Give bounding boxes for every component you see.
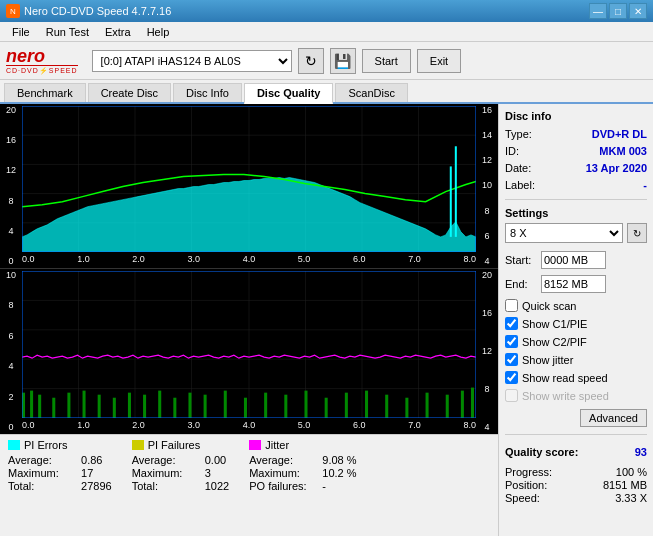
- y-left-0: 0: [0, 257, 22, 266]
- quality-score-label: Quality score:: [505, 446, 578, 458]
- pi-failures-color: [132, 440, 144, 450]
- position-value: 8151 MB: [603, 479, 647, 491]
- tab-benchmark[interactable]: Benchmark: [4, 83, 86, 102]
- svg-rect-30: [38, 395, 41, 418]
- minimize-button[interactable]: —: [589, 3, 607, 19]
- title-bar-left: N Nero CD-DVD Speed 4.7.7.16: [6, 4, 171, 18]
- jitter-color: [249, 440, 261, 450]
- pi-errors-total-row: Total: 27896: [8, 480, 112, 492]
- pi-failures-max-label: Maximum:: [132, 467, 202, 479]
- tab-disc-quality[interactable]: Disc Quality: [244, 83, 334, 104]
- show-c1-pie-label: Show C1/PIE: [522, 318, 587, 330]
- svg-rect-45: [284, 395, 287, 418]
- start-mb-label: Start:: [505, 254, 537, 266]
- app-logo: nero CD·DVD⚡SPEED: [6, 47, 78, 75]
- y-right-14: 14: [476, 131, 498, 140]
- y-right-8: 8: [476, 207, 498, 216]
- chart-bottom-y-right: 20 16 12 8 4: [476, 269, 498, 434]
- stat-group-pi-errors: PI Errors Average: 0.86 Maximum: 17 Tota…: [8, 439, 112, 492]
- position-label: Position:: [505, 479, 547, 491]
- y-b-right-4: 4: [476, 423, 498, 432]
- progress-value: 100 %: [616, 466, 647, 478]
- show-jitter-checkbox[interactable]: [505, 353, 518, 366]
- svg-rect-51: [405, 398, 408, 418]
- y-b-right-16: 16: [476, 309, 498, 318]
- end-mb-input[interactable]: [541, 275, 606, 293]
- svg-rect-47: [325, 398, 328, 418]
- chart-top-y-right: 16 14 12 10 8 6 4: [476, 104, 498, 268]
- show-write-speed-row: Show write speed: [505, 389, 647, 402]
- y-b-left-4: 4: [0, 362, 22, 371]
- menu-file[interactable]: File: [4, 24, 38, 40]
- show-c2-pif-checkbox[interactable]: [505, 335, 518, 348]
- chart-top-y-left: 20 16 12 8 4 0: [0, 104, 22, 268]
- tab-disc-info[interactable]: Disc Info: [173, 83, 242, 102]
- quick-scan-checkbox[interactable]: [505, 299, 518, 312]
- tab-bar: Benchmark Create Disc Disc Info Disc Qua…: [0, 80, 653, 104]
- svg-rect-39: [173, 398, 176, 418]
- exit-button[interactable]: Exit: [417, 49, 461, 73]
- start-mb-input[interactable]: [541, 251, 606, 269]
- show-c1-pie-row[interactable]: Show C1/PIE: [505, 317, 647, 330]
- app-icon: N: [6, 4, 20, 18]
- y-left-12: 12: [0, 166, 22, 175]
- show-c2-pif-row[interactable]: Show C2/PIF: [505, 335, 647, 348]
- po-failures-value: -: [322, 480, 326, 492]
- tab-create-disc[interactable]: Create Disc: [88, 83, 171, 102]
- svg-rect-54: [461, 391, 464, 418]
- progress-row: Progress: 100 %: [505, 466, 647, 478]
- start-button[interactable]: Start: [362, 49, 411, 73]
- svg-rect-33: [83, 391, 86, 418]
- x-b-label-3: 3.0: [188, 420, 201, 434]
- pi-failures-avg-value: 0.00: [205, 454, 226, 466]
- refresh-icon-button[interactable]: ↻: [298, 48, 324, 74]
- pi-failures-avg-row: Average: 0.00: [132, 454, 230, 466]
- advanced-button[interactable]: Advanced: [580, 409, 647, 427]
- chart-top-inner: [22, 106, 476, 252]
- jitter-label: Jitter: [265, 439, 289, 451]
- quick-scan-row[interactable]: Quick scan: [505, 299, 647, 312]
- tab-scan-disc[interactable]: ScanDisc: [335, 83, 407, 102]
- speed-select[interactable]: 8 X 4 X 2 X Max: [505, 223, 623, 243]
- svg-rect-49: [365, 391, 368, 418]
- y-b-left-10: 10: [0, 271, 22, 280]
- pi-errors-color: [8, 440, 20, 450]
- disc-date-value: 13 Apr 2020: [586, 162, 647, 174]
- disc-type-label: Type:: [505, 128, 532, 140]
- y-right-12: 12: [476, 156, 498, 165]
- show-write-speed-label: Show write speed: [522, 390, 609, 402]
- speed-refresh-icon[interactable]: ↻: [627, 223, 647, 243]
- quick-scan-label: Quick scan: [522, 300, 576, 312]
- close-button[interactable]: ✕: [629, 3, 647, 19]
- show-jitter-row[interactable]: Show jitter: [505, 353, 647, 366]
- pi-errors-max-label: Maximum:: [8, 467, 78, 479]
- jitter-avg-row: Average: 9.08 %: [249, 454, 356, 466]
- show-jitter-label: Show jitter: [522, 354, 573, 366]
- chart-bottom: 10 8 6 4 2 0 20 16 12 8 4: [0, 269, 498, 434]
- disc-label-label: Label:: [505, 179, 535, 191]
- show-read-speed-row[interactable]: Show read speed: [505, 371, 647, 384]
- stats-bar: PI Errors Average: 0.86 Maximum: 17 Tota…: [0, 434, 498, 536]
- menu-help[interactable]: Help: [139, 24, 178, 40]
- chart-bottom-x-axis: 0.0 1.0 2.0 3.0 4.0 5.0 6.0 7.0 8.0: [22, 420, 476, 434]
- y-b-left-2: 2: [0, 393, 22, 402]
- disc-id-label: ID:: [505, 145, 519, 157]
- maximize-button[interactable]: □: [609, 3, 627, 19]
- show-c2-pif-label: Show C2/PIF: [522, 336, 587, 348]
- side-panel: Disc info Type: DVD+R DL ID: MKM 003 Dat…: [498, 104, 653, 536]
- pi-errors-avg-label: Average:: [8, 454, 78, 466]
- svg-rect-34: [98, 395, 101, 418]
- svg-rect-36: [128, 393, 131, 418]
- y-left-20: 20: [0, 106, 22, 115]
- show-read-speed-checkbox[interactable]: [505, 371, 518, 384]
- menu-run-test[interactable]: Run Test: [38, 24, 97, 40]
- drive-select[interactable]: [0:0] ATAPI iHAS124 B AL0S: [92, 50, 292, 72]
- x-label-6: 6.0: [353, 254, 366, 268]
- show-c1-pie-checkbox[interactable]: [505, 317, 518, 330]
- x-label-4: 4.0: [243, 254, 256, 268]
- charts-area: 20 16 12 8 4 0 16 14 12 10 8 6 4: [0, 104, 498, 536]
- menu-extra[interactable]: Extra: [97, 24, 139, 40]
- nero-logo-text: nero: [6, 47, 45, 65]
- save-icon-button[interactable]: 💾: [330, 48, 356, 74]
- progress-section: Progress: 100 % Position: 8151 MB Speed:…: [505, 466, 647, 505]
